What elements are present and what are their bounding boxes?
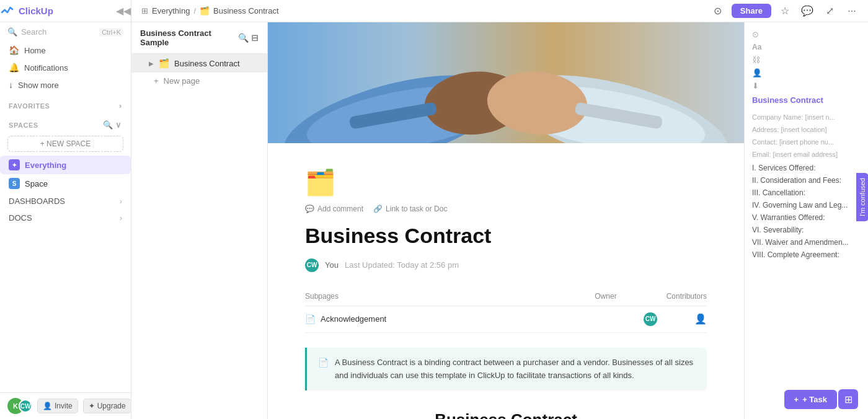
space-space-icon: S xyxy=(9,178,20,189)
toc-item-2[interactable]: III. Cancellation: xyxy=(752,187,861,199)
show-more-label: Show more xyxy=(18,81,59,90)
toc-contact: Contact: [insert phone nu... xyxy=(752,137,861,147)
main-layout: 🔍 Search Ctrl+K 🏠 Home 🔔 Notifications ↓… xyxy=(0,22,868,419)
chat-icon[interactable]: 💬 xyxy=(799,2,816,20)
doc-last-updated: Last Updated: Today at 2:56 pm xyxy=(345,260,459,270)
search-shortcut: Ctrl+K xyxy=(99,28,123,37)
sidebar-item-space[interactable]: S Space xyxy=(0,174,131,193)
new-page-item[interactable]: + New page xyxy=(131,73,267,89)
upgrade-button[interactable]: ✦ Upgrade xyxy=(83,399,131,413)
new-space-button[interactable]: + NEW SPACE xyxy=(7,136,123,152)
person-icon[interactable]: 👤 xyxy=(752,68,762,77)
dashboards-label: DASHBOARDS xyxy=(9,196,65,206)
dashboards-expand-icon: › xyxy=(120,197,122,206)
confused-tab[interactable]: I'm confused xyxy=(856,173,868,221)
user-avatar-cw: CW xyxy=(19,399,32,413)
task-button[interactable]: + + Task xyxy=(784,390,837,409)
text-size-icon[interactable]: Aa xyxy=(752,43,761,51)
notifications-label: Notifications xyxy=(24,63,68,73)
search-icon: 🔍 xyxy=(7,27,17,37)
grid-view-button[interactable]: ⊞ xyxy=(838,389,858,409)
doc-tree-sidebar: Business Contract Sample 🔍 ⊟ ▶ 🗂️ Busine… xyxy=(131,22,268,419)
business-contract-doc-icon: 🗂️ xyxy=(159,58,169,68)
breadcrumb: ⊞ Everything / 🗂️ Business Contract xyxy=(131,6,702,15)
toc-item-4[interactable]: V. Warranties Offered: xyxy=(752,211,861,224)
user-avatars: K CW xyxy=(7,398,32,414)
collapse-sidebar-icon[interactable]: ◀◀ xyxy=(116,5,131,17)
toc-item-1[interactable]: II. Consideration and Fees: xyxy=(752,174,861,187)
new-page-plus-icon: + xyxy=(154,76,159,86)
add-comment-label: Add comment xyxy=(317,205,363,213)
search-bar[interactable]: 🔍 Search Ctrl+K xyxy=(0,22,131,42)
subpage-name: 📄 Acknowledgement xyxy=(305,314,608,324)
doc-author-avatar: CW xyxy=(305,258,319,272)
search-placeholder: Search xyxy=(21,27,46,37)
subpage-label: Acknowledgement xyxy=(321,314,386,324)
sidebar-bottom: K CW 👤 Invite ✦ Upgrade ? xyxy=(0,392,131,419)
doc-sidebar-search-icon[interactable]: 🔍 xyxy=(238,33,249,43)
breadcrumb-separator: / xyxy=(193,6,196,15)
toc-item-7[interactable]: VIII. Complete Agreement: xyxy=(752,249,861,261)
invite-button[interactable]: 👤 Invite xyxy=(37,399,78,413)
clickup-logo[interactable]: ClickUp xyxy=(0,4,53,19)
download-icon[interactable]: ⬇ xyxy=(752,81,759,90)
home-icon: 🏠 xyxy=(9,45,19,55)
show-more-icon: ↓ xyxy=(9,80,13,90)
tree-expand-icon: ▶ xyxy=(149,60,154,67)
more-icon[interactable]: ··· xyxy=(843,2,861,20)
subpages-contributors-col: Contributors xyxy=(666,292,707,301)
everything-space-icon: ✦ xyxy=(9,159,20,170)
spaces-icons: 🔍 ∨ xyxy=(103,120,122,130)
link-task-button[interactable]: 🔗 Link to task or Doc xyxy=(373,205,447,213)
sidebar-item-show-more[interactable]: ↓ Show more xyxy=(0,76,131,94)
toc-item-0[interactable]: I. Services Offered: xyxy=(752,162,861,174)
link-task-label: Link to task or Doc xyxy=(386,205,447,213)
link-chain-icon[interactable]: ⛓ xyxy=(752,55,760,64)
sidebar: 🔍 Search Ctrl+K 🏠 Home 🔔 Notifications ↓… xyxy=(0,22,131,419)
notifications-icon: 🔔 xyxy=(9,63,19,73)
doc-title: Business Contract xyxy=(305,223,707,249)
subpages-label: Subpages xyxy=(305,292,339,301)
sidebar-item-home[interactable]: 🏠 Home xyxy=(0,42,131,59)
add-comment-button[interactable]: 💬 Add comment xyxy=(305,205,363,213)
new-page-label: New page xyxy=(164,76,200,86)
sidebar-item-everything[interactable]: ✦ Everything xyxy=(0,156,131,174)
doc-section-title: Business Contract xyxy=(305,410,707,419)
right-panel-icon-col: ⊙ Aa ⛓ 👤 ⬇ xyxy=(752,30,762,90)
favorites-section-label: FAVORITES › xyxy=(0,94,131,113)
doc-sidebar-title: Business Contract Sample xyxy=(140,29,238,47)
spaces-section-label: SPACES 🔍 ∨ xyxy=(0,113,131,132)
toc-address: Address: [insert location] xyxy=(752,125,861,135)
doc-intro-box: 📄 A Business Contract is a binding contr… xyxy=(305,348,707,391)
spaces-search-icon[interactable]: 🔍 xyxy=(103,120,113,130)
breadcrumb-doc[interactable]: Business Contract xyxy=(213,6,279,15)
invite-icon: 👤 xyxy=(43,402,52,410)
hero-image xyxy=(268,22,744,143)
star-icon[interactable]: ☆ xyxy=(776,2,794,20)
grid-icon: ⊞ xyxy=(844,394,852,405)
breadcrumb-everything[interactable]: Everything xyxy=(152,6,190,15)
subpage-owner-avatar: CW xyxy=(644,312,657,326)
toc-item-5[interactable]: VI. Severability: xyxy=(752,224,861,236)
adjust-icon[interactable]: ⊙ xyxy=(752,30,759,39)
subpage-row[interactable]: 📄 Acknowledgement CW 👤 xyxy=(305,306,707,333)
doc-tree-item-business-contract[interactable]: ▶ 🗂️ Business Contract xyxy=(131,54,267,73)
subpage-contributor-icon: 👤 xyxy=(694,313,707,325)
home-label: Home xyxy=(24,46,46,55)
sidebar-item-dashboards[interactable]: DASHBOARDS › xyxy=(0,193,131,210)
spaces-chevron-icon[interactable]: ∨ xyxy=(115,120,122,130)
expand-icon[interactable]: ⤢ xyxy=(821,2,838,20)
favorites-expand-icon[interactable]: › xyxy=(119,101,122,110)
top-bar-actions: ⊙ Share ☆ 💬 ⤢ ··· xyxy=(702,2,868,20)
sidebar-logo-area: ClickUp ◀◀ xyxy=(0,0,131,22)
toc-item-3[interactable]: IV. Governing Law and Leg... xyxy=(752,199,861,211)
settings-icon[interactable]: ⊙ xyxy=(709,2,727,20)
doc-sidebar-layout-icon[interactable]: ⊟ xyxy=(251,33,259,43)
subpages-section: Subpages Owner Contributors 📄 Acknowledg… xyxy=(305,287,707,333)
toc-item-6[interactable]: VII. Waiver and Amendmen... xyxy=(752,236,861,249)
share-button[interactable]: Share xyxy=(732,4,771,18)
sidebar-item-docs[interactable]: DOCS › xyxy=(0,210,131,226)
space-label: Space xyxy=(25,179,48,188)
comment-icon: 💬 xyxy=(305,205,314,213)
sidebar-item-notifications[interactable]: 🔔 Notifications xyxy=(0,59,131,76)
